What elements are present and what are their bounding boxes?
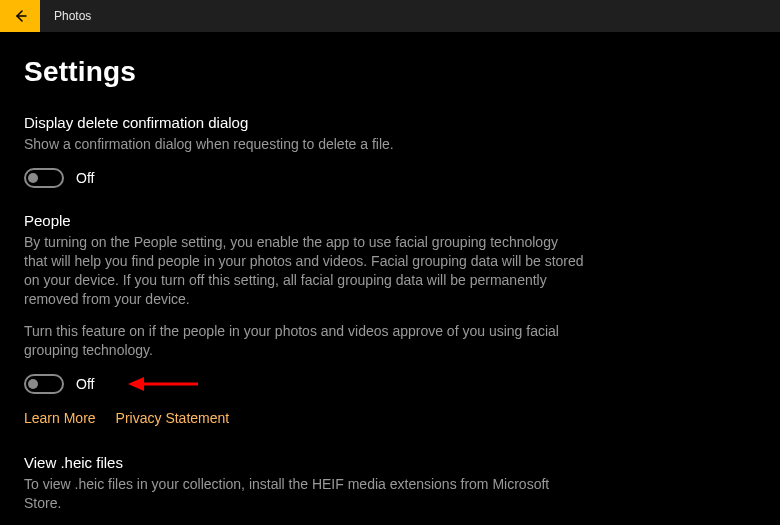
people-desc-1: By turning on the People setting, you en… <box>24 233 584 309</box>
delete-confirm-desc: Show a confirmation dialog when requesti… <box>24 135 584 154</box>
delete-confirm-toggle[interactable] <box>24 168 64 188</box>
title-bar: Photos <box>0 0 780 32</box>
svg-marker-1 <box>128 377 144 391</box>
people-toggle-label: Off <box>76 376 94 392</box>
annotation-arrow-icon <box>128 374 198 394</box>
heic-desc: To view .heic files in your collection, … <box>24 475 584 513</box>
back-button[interactable] <box>0 0 40 32</box>
page-title: Settings <box>24 56 756 88</box>
privacy-statement-link[interactable]: Privacy Statement <box>116 410 230 426</box>
heic-title: View .heic files <box>24 454 756 471</box>
people-desc-2: Turn this feature on if the people in yo… <box>24 322 584 360</box>
app-title: Photos <box>54 9 91 23</box>
delete-confirm-title: Display delete confirmation dialog <box>24 114 756 131</box>
delete-confirm-toggle-label: Off <box>76 170 94 186</box>
back-arrow-icon <box>12 8 28 24</box>
people-title: People <box>24 212 756 229</box>
learn-more-link[interactable]: Learn More <box>24 410 96 426</box>
people-toggle[interactable] <box>24 374 64 394</box>
